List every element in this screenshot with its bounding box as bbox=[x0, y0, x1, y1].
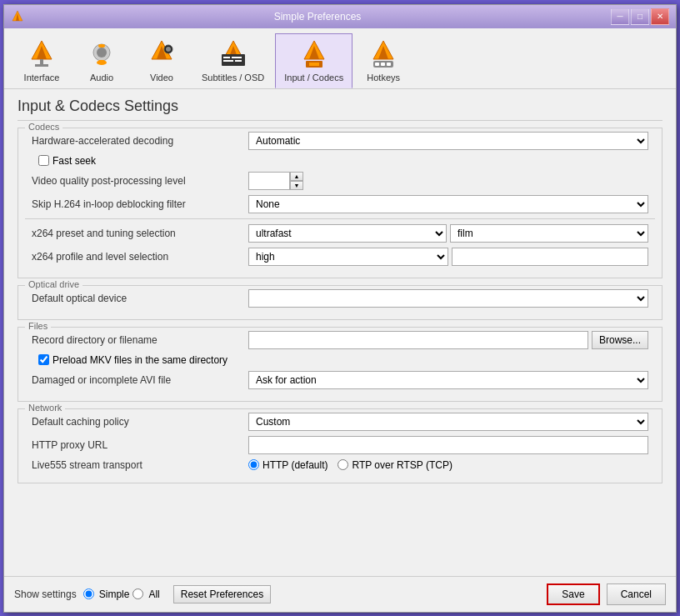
bottom-right: Save Cancel bbox=[547, 583, 666, 605]
minimize-button[interactable]: ─ bbox=[611, 8, 629, 25]
preload-mkv-checkbox[interactable] bbox=[38, 354, 49, 365]
svg-rect-20 bbox=[223, 60, 233, 62]
fast-seek-label: Fast seek bbox=[52, 155, 96, 167]
fast-seek-row: Fast seek bbox=[25, 155, 655, 167]
window-title: Simple Preferences bbox=[24, 11, 611, 23]
x264-preset-control: ultrafast superfast veryfast faster fast… bbox=[248, 224, 648, 243]
nav-audio[interactable]: Audio bbox=[72, 33, 131, 88]
page-title: Input & Codecs Settings bbox=[18, 98, 662, 121]
network-label: Network bbox=[25, 403, 65, 413]
nav-subtitles[interactable]: Subtitles / OSD bbox=[192, 33, 273, 88]
svg-rect-19 bbox=[232, 57, 242, 58]
svg-rect-8 bbox=[98, 44, 105, 48]
bottom-bar: Show settings Simple All Reset Preferenc… bbox=[4, 576, 676, 612]
record-dir-label: Record directory or filename bbox=[32, 334, 248, 346]
live555-http-radio[interactable] bbox=[248, 459, 259, 470]
nav-video[interactable]: Video bbox=[132, 33, 191, 88]
live555-control: HTTP (default) RTP over RTSP (TCP) bbox=[248, 459, 648, 471]
svg-rect-21 bbox=[235, 60, 242, 62]
skip-h264-control: None Non-ref Bidir Non-key All bbox=[248, 195, 648, 213]
skip-h264-row: Skip H.264 in-loop deblocking filter Non… bbox=[25, 195, 655, 213]
skip-h264-label: Skip H.264 in-loop deblocking filter bbox=[32, 198, 248, 210]
vq-input[interactable]: 6 bbox=[248, 172, 290, 190]
x264-tuning-select[interactable]: film animation grain stillimage psnr ssi… bbox=[450, 224, 648, 243]
vq-row: Video quality post-processing level 6 ▲ … bbox=[25, 172, 655, 190]
svg-rect-18 bbox=[223, 57, 230, 58]
bottom-left: Show settings Simple All Reset Preferenc… bbox=[14, 585, 271, 603]
hw-decoding-row: Hardware-accelerated decoding Automatic … bbox=[25, 132, 655, 150]
interface-icon bbox=[25, 38, 58, 71]
svg-rect-5 bbox=[35, 64, 48, 67]
nav-interface-label: Interface bbox=[24, 73, 60, 83]
caching-control: Custom Lowest latency Low latency Normal… bbox=[248, 413, 648, 431]
record-dir-row: Record directory or filename Browse... bbox=[25, 331, 655, 349]
preload-mkv-label: Preload MKV files in the same directory bbox=[52, 354, 228, 366]
svg-rect-29 bbox=[375, 63, 379, 66]
damaged-avi-label: Damaged or incomplete AVI file bbox=[32, 374, 248, 386]
caching-row: Default caching policy Custom Lowest lat… bbox=[25, 413, 655, 431]
files-label: Files bbox=[25, 321, 51, 331]
cancel-button[interactable]: Cancel bbox=[607, 583, 666, 605]
audio-icon bbox=[85, 38, 118, 71]
damaged-avi-select[interactable]: Ask for action Repair Always repair Igno… bbox=[248, 371, 648, 389]
svg-rect-4 bbox=[40, 59, 43, 64]
preload-mkv-row: Preload MKV files in the same directory bbox=[25, 354, 655, 366]
svg-rect-10 bbox=[99, 60, 104, 63]
x264-level-input[interactable]: 0 bbox=[452, 248, 648, 266]
video-icon bbox=[145, 38, 178, 71]
close-button[interactable]: ✕ bbox=[651, 8, 669, 25]
optical-device-row: Default optical device bbox=[25, 289, 655, 308]
browse-button[interactable]: Browse... bbox=[592, 331, 648, 349]
codecs-label: Codecs bbox=[25, 122, 62, 132]
nav-hotkeys[interactable]: Hotkeys bbox=[354, 33, 412, 88]
optical-device-control bbox=[248, 289, 648, 308]
nav-audio-label: Audio bbox=[90, 73, 113, 83]
svg-rect-30 bbox=[381, 63, 385, 66]
hw-decoding-select[interactable]: Automatic None DirectX Video Acceleratio… bbox=[248, 132, 648, 150]
x264-profile-label: x264 profile and level selection bbox=[32, 251, 248, 263]
x264-profile-row: x264 profile and level selection high ba… bbox=[25, 248, 655, 266]
skip-h264-select[interactable]: None Non-ref Bidir Non-key All bbox=[248, 195, 648, 213]
optical-label: Optical drive bbox=[25, 279, 82, 289]
x264-profile-select[interactable]: high baseline main high10 high422 high44… bbox=[248, 248, 448, 266]
codecs-section: Codecs Hardware-accelerated decoding Aut… bbox=[18, 128, 662, 278]
nav-input[interactable]: Input / Codecs bbox=[275, 33, 352, 88]
reset-button[interactable]: Reset Preferences bbox=[173, 585, 271, 603]
optical-device-select[interactable] bbox=[248, 289, 648, 308]
http-proxy-input[interactable] bbox=[248, 436, 648, 454]
http-proxy-row: HTTP proxy URL bbox=[25, 436, 655, 454]
svg-rect-25 bbox=[309, 63, 319, 66]
simple-radio[interactable] bbox=[83, 588, 94, 599]
show-settings-label: Show settings bbox=[14, 588, 77, 600]
hotkeys-icon bbox=[367, 38, 400, 71]
vq-down-button[interactable]: ▼ bbox=[290, 181, 303, 190]
save-button[interactable]: Save bbox=[547, 583, 599, 605]
app-icon bbox=[11, 10, 24, 23]
http-proxy-label: HTTP proxy URL bbox=[32, 439, 248, 451]
nav-video-label: Video bbox=[150, 73, 173, 83]
content-area: Input & Codecs Settings Codecs Hardware-… bbox=[4, 89, 676, 576]
vq-up-button[interactable]: ▲ bbox=[290, 172, 303, 181]
subtitles-icon bbox=[217, 38, 250, 71]
nav-interface[interactable]: Interface bbox=[12, 33, 71, 88]
optical-device-label: Default optical device bbox=[32, 293, 248, 304]
main-window: Simple Preferences ─ □ ✕ Interface bbox=[3, 4, 677, 613]
files-section: Files Record directory or filename Brows… bbox=[18, 327, 662, 402]
record-dir-input[interactable] bbox=[248, 331, 588, 349]
live555-rtp-radio[interactable] bbox=[338, 459, 348, 470]
vq-spin-buttons: ▲ ▼ bbox=[290, 172, 303, 190]
nav-subtitles-label: Subtitles / OSD bbox=[202, 73, 264, 83]
hw-decoding-control: Automatic None DirectX Video Acceleratio… bbox=[248, 132, 648, 150]
maximize-button[interactable]: □ bbox=[631, 8, 649, 25]
all-radio[interactable] bbox=[132, 588, 143, 599]
input-icon bbox=[298, 38, 331, 71]
nav-hotkeys-label: Hotkeys bbox=[367, 73, 400, 83]
fast-seek-checkbox[interactable] bbox=[38, 155, 49, 166]
window-controls: ─ □ ✕ bbox=[611, 8, 669, 25]
caching-select[interactable]: Custom Lowest latency Low latency Normal… bbox=[248, 413, 648, 431]
x264-preset-select[interactable]: ultrafast superfast veryfast faster fast… bbox=[248, 224, 447, 243]
http-proxy-control bbox=[248, 436, 648, 454]
divider-1 bbox=[25, 218, 655, 219]
live555-row: Live555 stream transport HTTP (default) … bbox=[25, 459, 655, 471]
x264-profile-control: high baseline main high10 high422 high44… bbox=[248, 248, 648, 266]
